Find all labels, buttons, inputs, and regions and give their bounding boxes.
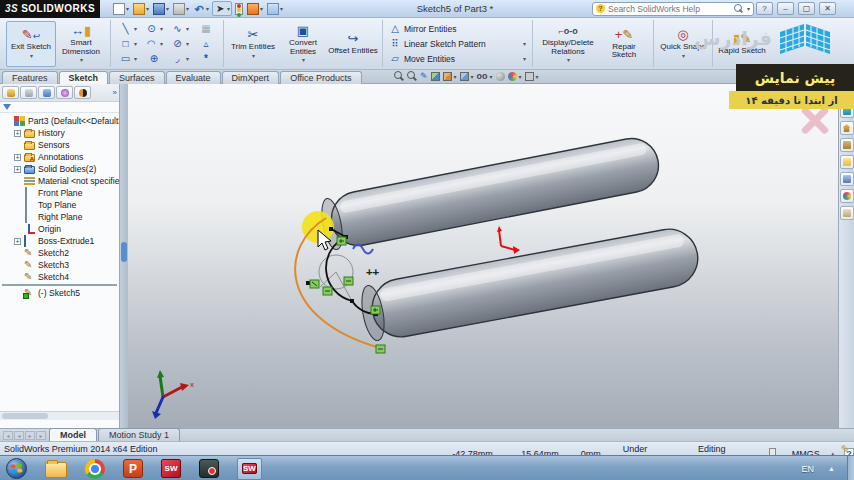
tree-item-sketch5[interactable]: ✎ (-) Sketch5 [0,287,119,299]
file-properties-button[interactable]: ▾ [266,1,284,16]
open-button[interactable]: ▾ [132,1,150,16]
select-button[interactable]: ➤▾ [212,1,232,16]
design-library-tab[interactable] [840,138,854,152]
propertymanager-tab[interactable] [20,86,37,99]
dimxpertmanager-tab[interactable] [56,86,73,99]
tree-item-annotations[interactable]: + A Annotations [0,151,119,163]
repair-sketch-button[interactable]: +✎ Repair Sketch [599,21,649,67]
tree-filter-row[interactable] [0,102,119,113]
help-button[interactable]: ? [756,2,773,15]
file-explorer-taskbar-icon[interactable] [45,462,67,478]
point-tool[interactable]: * [193,53,219,64]
rollback-bar[interactable] [2,284,117,286]
close-button[interactable]: ✕ [819,2,836,15]
hide-show-items-button[interactable]: oo▾ [477,71,493,81]
section-view-button[interactable] [431,72,440,81]
tree-item-front-plane[interactable]: Front Plane [0,187,119,199]
restore-button[interactable]: ▢ [798,2,815,15]
displaymanager-tab[interactable] [74,86,91,99]
featuremanager-tab[interactable] [2,86,19,99]
linear-sketch-pattern-button[interactable]: ⠿ Linear Sketch Pattern ▾ [387,37,528,50]
convert-entities-button[interactable]: ▣ Convert Entities ▾ [278,21,328,67]
rectangle-tool[interactable]: □▾ [115,38,141,49]
trim-entities-button[interactable]: ✂ Trim Entities ▾ [228,21,278,67]
appearances-scenes-tab[interactable] [840,189,854,203]
zoom-area-button[interactable] [407,71,417,81]
search-box[interactable]: ? ▾ [592,2,754,16]
file-explorer-tab[interactable] [840,155,854,169]
tab-features[interactable]: Features [2,71,58,84]
tree-item-history[interactable]: + History [0,127,119,139]
tray-expand-icon[interactable]: ▲ [828,465,835,472]
model-canvas[interactable]: ++ x [128,84,838,428]
tree-item-origin[interactable]: Origin [0,223,119,235]
tree-item-solid-bodies[interactable]: + Solid Bodies(2) [0,163,119,175]
tab-model[interactable]: Model [49,428,97,441]
solidworks-taskbar-icon[interactable]: SW [161,459,181,478]
tab-scroll-next[interactable]: ▸ [25,431,35,440]
lower-cylinder[interactable] [367,224,702,341]
zoom-fit-button[interactable] [394,71,404,81]
solidworks-active-taskbar-button[interactable]: SW [237,458,262,480]
exit-sketch-button[interactable]: ✎↩ Exit Sketch ▾ [6,21,56,67]
tab-scroll-prev[interactable]: ◂ [14,431,24,440]
tab-office-products[interactable]: Office Products [280,71,361,84]
tab-dimxpert[interactable]: DimXpert [222,71,280,84]
custom-properties-tab[interactable] [840,206,854,220]
screen-recorder-taskbar-icon[interactable] [199,459,219,478]
panel-splitter[interactable] [120,84,128,428]
line-tool[interactable]: ╲▾ [115,23,141,34]
search-input[interactable] [608,4,731,14]
expand-icon[interactable]: + [14,238,21,245]
minimize-button[interactable]: ‒ [777,2,794,15]
expand-icon[interactable]: + [14,166,21,173]
spline-tool[interactable]: ∿▾ [167,23,193,34]
expand-icon[interactable]: + [14,130,21,137]
expand-icon[interactable]: + [14,154,21,161]
sketch-picture-tool[interactable]: ▦ [193,23,219,34]
powerpoint-taskbar-icon[interactable]: P [123,459,143,478]
new-button[interactable]: ▾ [112,1,130,16]
undo-button[interactable]: ↶▾ [192,1,210,16]
tab-motion-study-1[interactable]: Motion Study 1 [98,428,180,441]
home-tab[interactable] [840,121,854,135]
offset-entities-button[interactable]: ↪ Offset Entities [328,21,378,67]
tab-sketch[interactable]: Sketch [59,71,109,84]
tree-item-sensors[interactable]: Sensors [0,139,119,151]
show-desktop-button[interactable] [847,456,854,480]
apply-scene-button[interactable]: ▾ [508,72,522,81]
ellipse-tool[interactable]: ⊘▾ [167,38,193,49]
polygon-tool[interactable]: ▵ [193,38,219,49]
rebuild-button[interactable] [234,1,244,16]
language-indicator[interactable]: EN [802,464,815,474]
save-button[interactable]: ▾ [152,1,170,16]
tree-item-material[interactable]: Material <not specified> [0,175,119,187]
circle-tool[interactable]: ⊙▾ [141,23,167,34]
tree-item-top-plane[interactable]: Top Plane [0,199,119,211]
tree-horizontal-scrollbar[interactable] [0,411,119,420]
smart-dimension-button[interactable]: ↔▮ Smart Dimension ▾ [56,21,106,67]
tree-item-sketch4[interactable]: ✎ Sketch4 [0,271,119,283]
view-settings-button[interactable]: ▾ [525,72,539,81]
view-palette-tab[interactable] [840,172,854,186]
display-delete-relations-button[interactable]: ⌐o-o Display/Delete Relations ▾ [537,21,599,67]
display-style-button[interactable]: ▾ [460,72,474,81]
options-button[interactable]: ▾ [246,1,264,16]
splitter-handle[interactable] [121,242,127,262]
tree-item-sketch2[interactable]: ✎ Sketch2 [0,247,119,259]
tab-evaluate[interactable]: Evaluate [166,71,221,84]
view-orientation-button[interactable]: ▾ [443,72,457,81]
scrollbar-thumb[interactable] [2,413,48,419]
zoom-selection-button[interactable]: ✎ [420,71,428,81]
arc-tool[interactable]: ◠▾ [141,38,167,49]
graphics-viewport[interactable]: ++ x ✎ [128,84,838,428]
move-entities-button[interactable]: ▱ Move Entities ▾ [387,52,528,65]
chrome-taskbar-icon[interactable] [85,459,105,479]
upper-cylinder[interactable] [327,134,663,250]
configurationmanager-tab[interactable] [38,86,55,99]
slot-tool[interactable]: ▭▾ [115,53,141,64]
chevron-right-icon[interactable]: » [113,88,117,97]
search-icon[interactable] [734,4,743,13]
caret-icon[interactable]: ▾ [747,5,750,12]
tree-item-right-plane[interactable]: Right Plane [0,211,119,223]
